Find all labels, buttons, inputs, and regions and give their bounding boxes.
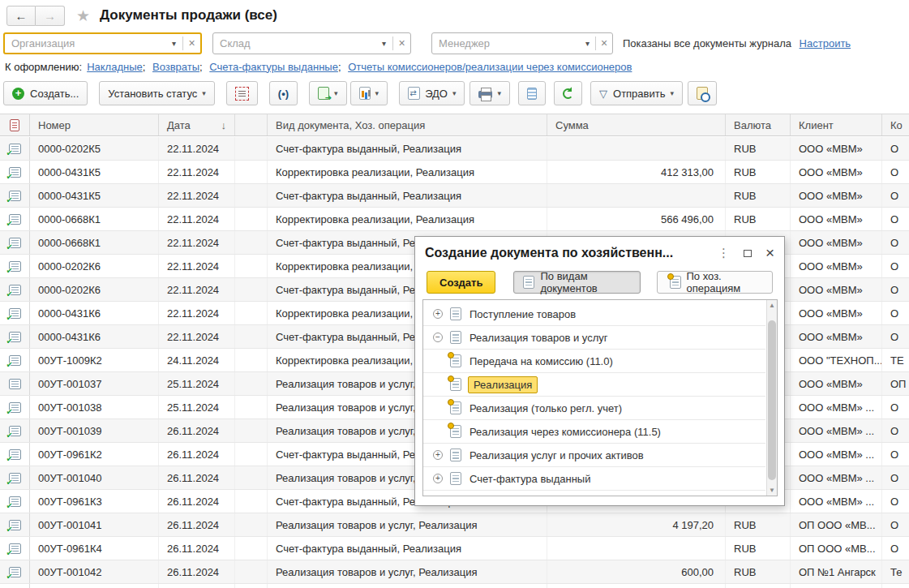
configure-link[interactable]: Настроить (800, 37, 851, 49)
scrollbar-thumb[interactable] (768, 320, 776, 480)
cell-date: 24.11.2024 (159, 349, 235, 371)
tree-item[interactable]: Реализация (423, 373, 765, 397)
table-row[interactable]: 0000-0668К122.11.2024Корректировка реали… (0, 208, 909, 231)
cell-number: 0000-0668К1 (30, 208, 159, 230)
warehouse-input[interactable] (213, 33, 375, 54)
table-row[interactable]: 00УТ-00104226.11.2024Реализация товаров … (0, 560, 909, 584)
cell-counterparty: О (882, 184, 909, 207)
back-button[interactable]: ← (6, 6, 36, 26)
scroll-up-icon[interactable]: ▲ (767, 300, 777, 311)
filter-bar: ▾ × ▾ × ▾ × Показаны все документы журна… (0, 31, 909, 55)
warehouse-clear-icon[interactable]: × (393, 33, 410, 54)
tree-scrollbar[interactable]: ▲ ▼ (766, 300, 777, 496)
tree-item[interactable]: +Счет-фактура выданный (423, 467, 765, 491)
dialog-close-icon[interactable]: × (765, 247, 774, 259)
column-header-client[interactable]: Клиент (791, 114, 882, 135)
organization-filter[interactable]: ▾ × (3, 32, 202, 54)
cell-date: 26.11.2024 (159, 560, 235, 583)
table-row[interactable]: 00УТ-00104126.11.2024Реализация товаров … (0, 513, 909, 537)
quick-link[interactable]: Возвраты (152, 61, 199, 73)
cell-currency: RUB (726, 137, 791, 160)
expand-plus-icon[interactable]: + (433, 309, 443, 319)
set-status-button[interactable]: Установить статус ▾ (99, 81, 215, 105)
cell-blank (235, 278, 268, 301)
column-header-counterparty[interactable]: Ко (882, 114, 909, 135)
cell-date: 22.11.2024 (159, 208, 235, 230)
column-header-date[interactable]: Дата ↓ (159, 114, 235, 135)
create-based-on-button[interactable]: ▾ (309, 81, 347, 105)
edo-label: ЭДО (425, 88, 448, 100)
manager-filter[interactable]: ▾ × (431, 32, 613, 54)
tree-item[interactable]: −Реализация товаров и услуг (423, 326, 765, 350)
quick-links: Накладные; Возвраты; Счета-фактуры выдан… (87, 61, 632, 73)
link-separator: ; (143, 61, 148, 73)
quick-link[interactable]: Отчеты комиссионеров/реализации через ко… (348, 61, 632, 73)
table-row[interactable]: 0000-0202К522.11.2024Счет-фактура выданн… (0, 137, 909, 161)
send-button[interactable]: ▽ Отправить ▾ (590, 81, 683, 105)
register-list-button[interactable] (518, 81, 546, 105)
scroll-down-icon[interactable]: ▼ (767, 485, 777, 496)
edo-button[interactable]: ЭДО ▾ (399, 81, 465, 105)
expand-plus-icon[interactable]: + (433, 474, 443, 483)
cell-client: ООО «МВМ» (791, 184, 882, 207)
tree-item[interactable]: Реализация через комиссионера (11.5) (423, 420, 765, 444)
table-row[interactable]: 00УТ-0961К426.11.2024Счет-фактура выданн… (0, 537, 909, 560)
organization-clear-icon[interactable]: × (183, 34, 200, 53)
schedule-document-button[interactable] (688, 81, 717, 105)
manager-clear-icon[interactable]: × (596, 33, 612, 54)
favorite-star-icon[interactable]: ★ (76, 6, 90, 25)
print-button[interactable]: ▾ (470, 81, 510, 105)
document-posted-icon (9, 308, 21, 319)
expand-plus-icon[interactable]: + (433, 450, 443, 460)
warehouse-dropdown-icon[interactable]: ▾ (375, 33, 392, 54)
quick-link[interactable]: Накладные (87, 61, 143, 73)
column-header-sum[interactable]: Сумма (547, 114, 726, 135)
manager-input[interactable] (432, 33, 580, 54)
tree-item-label-selected: Реализация (468, 376, 538, 393)
cell-currency: RUB (726, 161, 791, 183)
by-doc-types-button[interactable]: По видам документов (513, 271, 640, 294)
organization-input[interactable] (5, 34, 165, 53)
tree-item-label: Реализация товаров и услуг (470, 332, 608, 344)
by-operations-button[interactable]: По хоз. операциям (657, 271, 773, 294)
collapse-minus-icon[interactable]: − (433, 333, 443, 342)
document-posted-icon (9, 167, 21, 178)
table-header: Номер Дата ↓ Вид документа, Хоз. операци… (0, 114, 909, 136)
table-row[interactable]: 0000-0431К522.11.2024Счет-фактура выданн… (0, 184, 909, 208)
journal-column-header[interactable] (0, 114, 30, 135)
send-label: Отправить (613, 88, 665, 100)
column-header-doc-type[interactable]: Вид документа, Хоз. операция (268, 114, 547, 135)
column-header-number[interactable]: Номер (30, 114, 159, 135)
column-header-blank[interactable] (235, 114, 268, 135)
document-posted-icon (9, 144, 21, 154)
cell-client: ООО «МВМ» ... (791, 396, 882, 418)
organization-dropdown-icon[interactable]: ▾ (165, 34, 182, 53)
cell-client: ООО «МВМ» (791, 372, 882, 395)
rfid-button[interactable]: (•) (269, 81, 298, 105)
dialog-create-button[interactable]: Создать (427, 271, 495, 294)
dialog-menu-icon[interactable]: ⋮ (718, 246, 730, 260)
tree-item-label: Счет-фактура выданный (470, 473, 590, 485)
dialog-maximize-icon[interactable] (744, 250, 752, 257)
warehouse-filter[interactable]: ▾ × (212, 32, 411, 54)
plus-icon: + (12, 88, 24, 100)
refresh-button[interactable] (554, 81, 582, 105)
create-button[interactable]: + Создать... (3, 81, 88, 105)
cell-sum (547, 137, 726, 160)
dialog-title-bar[interactable]: Создание документа по хозяйственн... ⋮ × (415, 237, 784, 269)
tree-item[interactable]: +Реализация услуг и прочих активов (423, 444, 765, 467)
column-header-currency[interactable]: Валюта (726, 114, 791, 135)
forward-button[interactable]: → (36, 6, 65, 26)
tree-item[interactable]: Передача на комиссию (11.0) (423, 350, 765, 373)
manager-dropdown-icon[interactable]: ▾ (580, 33, 596, 54)
tree-item[interactable]: +Поступление товаров (423, 303, 765, 326)
tree-item[interactable]: Реализация (только регл. учет) (423, 397, 765, 420)
table-row[interactable]: 0000-0431К522.11.2024Корректировка реали… (0, 161, 909, 184)
row-status-cell (0, 443, 30, 466)
cell-blank (235, 325, 268, 348)
cell-client: ООО «МВМ» ... (791, 490, 882, 513)
cell-sum: 600,00 (547, 560, 726, 583)
scan-barcode-button[interactable] (226, 81, 258, 105)
quick-link[interactable]: Счета-фактуры выданные (209, 61, 338, 73)
reports-button[interactable]: ▾ (350, 81, 388, 105)
